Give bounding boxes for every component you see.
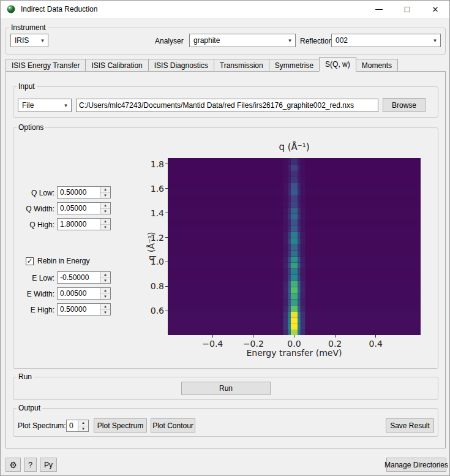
x-tick-label: 0.0: [279, 339, 310, 349]
y-tick-mark: [165, 188, 168, 189]
tab-transmission[interactable]: Transmission: [214, 59, 269, 72]
analyser-combo[interactable]: graphite ▾: [189, 34, 296, 47]
x-tick-label: 0.4: [361, 339, 391, 349]
save-result-button[interactable]: Save Result: [386, 418, 434, 433]
run-button[interactable]: Run: [181, 382, 271, 395]
y-tick-mark: [165, 164, 168, 164]
x-tick-mark: [212, 335, 213, 338]
save-result-button-label: Save Result: [390, 421, 430, 430]
spin-down-icon[interactable]: ▼: [100, 294, 110, 300]
x-tick-mark: [253, 335, 253, 338]
e-width-value[interactable]: 0.00500: [58, 288, 100, 299]
q-low-value[interactable]: 0.50000: [58, 187, 100, 198]
minimize-button[interactable]: —: [365, 1, 393, 18]
reflection-combo-value: 002: [336, 36, 348, 45]
plot-x-axis-label: Energy transfer (meV): [168, 348, 421, 358]
y-tick-label: 0.8: [140, 281, 164, 291]
reflection-label: Reflection: [300, 37, 332, 45]
browse-button-label: Browse: [392, 101, 416, 110]
y-tick-label: 1.4: [140, 208, 164, 218]
spin-up-icon[interactable]: ▲: [100, 203, 110, 209]
x-tick-mark: [335, 335, 336, 338]
file-path-input[interactable]: [76, 99, 378, 112]
plot-contour-button[interactable]: Plot Contour: [151, 418, 195, 433]
tab-symmetrise[interactable]: Symmetrise: [269, 59, 320, 72]
e-low-spinbox[interactable]: -0.50000 ▲▼: [57, 271, 111, 284]
e-high-value[interactable]: 0.50000: [58, 304, 100, 315]
tab-isis-energy-transfer[interactable]: ISIS Energy Transfer: [6, 59, 86, 72]
tab-bar: ISIS Energy Transfer ISIS Calibration IS…: [6, 57, 397, 72]
spin-down-icon[interactable]: ▼: [100, 193, 110, 198]
chevron-down-icon: ▾: [37, 37, 48, 43]
close-button[interactable]: ✕: [421, 1, 449, 18]
spin-up-icon[interactable]: ▲: [100, 272, 110, 278]
input-source-value: File: [22, 101, 34, 110]
rebin-in-energy-checkbox[interactable]: ✓ Rebin in Energy: [26, 257, 89, 265]
spin-up-icon[interactable]: ▲: [100, 187, 110, 193]
plot-title: q (Å⁻¹): [168, 142, 421, 153]
q-width-spinbox[interactable]: 0.05000 ▲▼: [57, 202, 111, 214]
e-width-spinbox[interactable]: 0.00500 ▲▼: [57, 287, 111, 300]
y-tick-label: 1.6: [140, 184, 164, 194]
maximize-button[interactable]: □: [393, 1, 421, 18]
tab-isis-diagnostics[interactable]: ISIS Diagnostics: [148, 59, 214, 72]
close-icon: ✕: [432, 5, 439, 14]
settings-button[interactable]: ⚙: [6, 458, 21, 472]
tab-label: ISIS Diagnostics: [154, 61, 208, 70]
e-width-label: E Width:: [12, 290, 54, 298]
gear-icon: ⚙: [9, 460, 17, 470]
spin-up-icon[interactable]: ▲: [78, 420, 88, 426]
spin-down-icon[interactable]: ▼: [100, 209, 110, 214]
x-tick-label: 0.2: [320, 339, 350, 349]
tab-sqw[interactable]: S(Q, w): [319, 57, 356, 72]
instrument-combo-value: IRIS: [15, 36, 29, 45]
spin-down-icon[interactable]: ▼: [100, 225, 110, 230]
instrument-combo[interactable]: IRIS ▾: [10, 34, 48, 47]
spin-down-icon[interactable]: ▼: [100, 310, 110, 315]
manage-directories-button[interactable]: Manage Directories: [386, 458, 446, 472]
plot-spectrum-button-label: Plot Spectrum: [97, 421, 143, 430]
options-legend: Options: [17, 123, 45, 132]
e-high-spinbox[interactable]: 0.50000 ▲▼: [57, 303, 111, 315]
plot-spectrum-label: Plot Spectrum:: [18, 421, 66, 430]
spin-up-icon[interactable]: ▲: [100, 219, 110, 225]
window-title: Indirect Data Reduction: [21, 5, 97, 13]
spin-down-icon[interactable]: ▼: [100, 278, 110, 284]
q-high-spinbox[interactable]: 1.80000 ▲▼: [57, 218, 111, 230]
run-button-label: Run: [219, 384, 233, 393]
e-low-value[interactable]: -0.50000: [58, 272, 100, 283]
input-source-combo[interactable]: File ▾: [18, 99, 72, 112]
app-icon: [6, 4, 16, 14]
checkbox-check-icon[interactable]: ✓: [26, 257, 34, 265]
python-export-button[interactable]: Py: [40, 458, 57, 472]
spin-up-icon[interactable]: ▲: [100, 288, 110, 294]
y-tick-mark: [165, 262, 168, 262]
tab-moments[interactable]: Moments: [356, 59, 398, 72]
input-legend: Input: [17, 82, 37, 91]
y-tick-label: 1.2: [140, 233, 164, 243]
q-high-value[interactable]: 1.80000: [58, 219, 100, 230]
q-width-value[interactable]: 0.05000: [58, 203, 100, 214]
rebin-in-energy-label[interactable]: Rebin in Energy: [37, 257, 89, 265]
tab-isis-calibration[interactable]: ISIS Calibration: [85, 59, 148, 72]
plot-spectrum-value[interactable]: 0: [67, 420, 78, 431]
y-tick-label: 1.8: [140, 159, 164, 169]
plot-spectrum-button[interactable]: Plot Spectrum: [94, 418, 147, 433]
help-button[interactable]: ?: [24, 458, 37, 472]
browse-button[interactable]: Browse: [383, 98, 426, 112]
title-bar[interactable]: Indirect Data Reduction — □ ✕: [1, 1, 449, 18]
spin-up-icon[interactable]: ▲: [100, 304, 110, 310]
window-controls: — □ ✕: [365, 1, 449, 18]
analyser-label: Analyser: [155, 37, 184, 45]
y-tick-label: 1.0: [140, 257, 164, 266]
plot-spectrum-spinbox[interactable]: 0 ▲▼: [66, 420, 89, 432]
tab-label: S(Q, w): [325, 60, 350, 69]
spin-down-icon[interactable]: ▼: [78, 426, 88, 432]
x-tick-mark: [375, 335, 376, 338]
help-button-label: ?: [28, 461, 32, 469]
tab-label: Symmetrise: [275, 61, 313, 70]
reflection-combo[interactable]: 002 ▾: [331, 34, 441, 47]
y-tick-mark: [165, 286, 168, 287]
manage-directories-label: Manage Directories: [384, 461, 448, 469]
q-low-spinbox[interactable]: 0.50000 ▲▼: [57, 186, 111, 198]
